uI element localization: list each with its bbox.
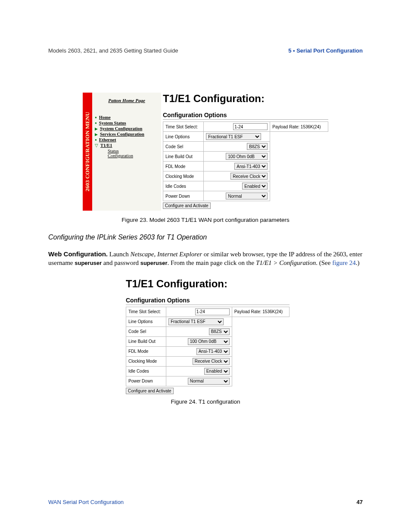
bullet-icon: ● — [95, 121, 97, 125]
label-timeslot: Time Slot Select: — [163, 122, 204, 132]
config-table-24: Time Slot Select: Payload Rate: 1536K(24… — [126, 307, 290, 386]
figure-23-screenshot: 2603 CONFIGURATION MENU Patton Home Page… — [83, 93, 328, 211]
payload-rate: Payload Rate: 1536K(24) — [232, 307, 289, 317]
nav-home[interactable]: Home — [99, 115, 111, 120]
config-subtitle: Configuration Options — [163, 112, 328, 118]
select-fdl[interactable]: Ansi-T1-403 — [196, 348, 230, 355]
configure-activate-button[interactable]: Configure and Activate — [126, 388, 174, 394]
select-lbo[interactable]: 100 Ohm 0dB — [188, 338, 230, 345]
select-code-sel[interactable]: B8ZS — [247, 143, 268, 150]
nav-system-status[interactable]: System Status — [99, 121, 126, 125]
sidebar-vertical-banner: 2603 CONFIGURATION MENU — [83, 93, 92, 211]
label-line-options: Line Options — [163, 132, 204, 142]
select-clock[interactable]: Receive Clock — [230, 173, 268, 180]
expand-icon[interactable]: ▶ — [95, 132, 98, 137]
select-clock[interactable]: Receive Clock — [193, 358, 230, 365]
payload-rate: Payload Rate: 1536K(24) — [270, 122, 328, 132]
select-powerdown[interactable]: Normal — [188, 378, 230, 385]
page-footer: WAN Serial Port Configuration 47 — [48, 499, 363, 505]
label-clock: Clocking Mode — [126, 356, 166, 366]
config-subtitle-24: Configuration Options — [126, 297, 290, 304]
expand-icon[interactable]: ▶ — [95, 127, 98, 131]
label-fdl: FDL Mode — [126, 346, 166, 356]
section-heading: Configuring the IPLink Series 2603 for T… — [48, 233, 363, 241]
select-powerdown[interactable]: Normal — [226, 193, 268, 199]
nav-system-config[interactable]: System Configuration — [100, 126, 142, 131]
label-lbo: Line Build Out — [126, 336, 166, 346]
figure-24-link[interactable]: figure 24 — [332, 259, 356, 266]
select-idle[interactable]: Enabled — [204, 368, 230, 375]
sidebar-vertical-label: 2603 CONFIGURATION MENU — [84, 112, 91, 192]
sidebar-nav: Patton Home Page ●Home ●System Status ▶S… — [92, 93, 161, 211]
figure-24-screenshot: T1/E1 Configuration: Configuration Optio… — [126, 278, 290, 394]
patton-home-link[interactable]: Patton Home Page — [95, 98, 159, 103]
select-code-sel[interactable]: B8ZS — [209, 328, 230, 335]
footer-left: WAN Serial Port Configuration — [48, 499, 124, 505]
label-code-sel: Code Sel — [163, 142, 204, 152]
input-timeslot[interactable] — [195, 308, 230, 315]
collapse-icon[interactable]: ▽ — [95, 143, 98, 148]
configure-activate-button[interactable]: Configure and Activate — [163, 202, 211, 209]
label-powerdown: Power Down — [126, 376, 166, 386]
page-header: Models 2603, 2621, and 2635 Getting Star… — [48, 47, 363, 54]
select-idle[interactable]: Enabled — [242, 183, 268, 190]
nav-sub-configuration[interactable]: Configuration — [108, 153, 159, 158]
label-line-options: Line Options — [126, 317, 166, 327]
config-title-24: T1/E1 Configuration: — [126, 278, 290, 290]
config-pane-23: T1/E1 Configuration: Configuration Optio… — [161, 93, 328, 211]
nav-sub-status[interactable]: Status — [108, 149, 159, 153]
select-fdl[interactable]: Ansi-T1-403 — [234, 163, 268, 170]
label-fdl: FDL Mode — [163, 162, 204, 171]
nav-services-config[interactable]: Services Configuration — [100, 132, 144, 137]
bullet-icon: ● — [95, 138, 97, 142]
select-line-options[interactable]: Fractional T1 ESF — [168, 318, 224, 325]
label-timeslot: Time Slot Select: — [126, 307, 166, 317]
figure-23-caption: Figure 23. Model 2603 T1/E1 WAN port con… — [48, 217, 363, 223]
nav-t1e1[interactable]: T1/E1 — [100, 143, 112, 148]
label-clock: Clocking Mode — [163, 171, 204, 181]
header-left: Models 2603, 2621, and 2635 Getting Star… — [48, 47, 178, 54]
input-timeslot[interactable] — [233, 123, 268, 130]
header-right: 5 • Serial Port Configuration — [288, 47, 363, 54]
body-paragraph: Web Configuration. Launch Netscape, Inte… — [48, 250, 363, 268]
label-idle: Idle Codes — [163, 181, 204, 191]
bullet-icon: ● — [95, 115, 97, 119]
footer-page-number: 47 — [357, 499, 363, 505]
divider — [126, 305, 290, 305]
label-idle: Idle Codes — [126, 366, 166, 376]
divider — [163, 119, 328, 120]
select-lbo[interactable]: 100 Ohm 0dB — [226, 153, 268, 160]
label-code-sel: Code Sel — [126, 327, 166, 336]
lead-bold: Web Configuration. — [48, 250, 108, 258]
label-powerdown: Power Down — [163, 191, 204, 201]
config-table-23: Time Slot Select: Payload Rate: 1536K(24… — [163, 121, 328, 201]
nav-ethernet[interactable]: Ethernet — [99, 137, 116, 142]
figure-24-caption: Figure 24. T1 configuration — [48, 398, 363, 405]
select-line-options[interactable]: Fractional T1 ESF — [206, 133, 261, 140]
label-lbo: Line Build Out — [163, 152, 204, 162]
config-title: T1/E1 Configuration: — [163, 93, 328, 105]
